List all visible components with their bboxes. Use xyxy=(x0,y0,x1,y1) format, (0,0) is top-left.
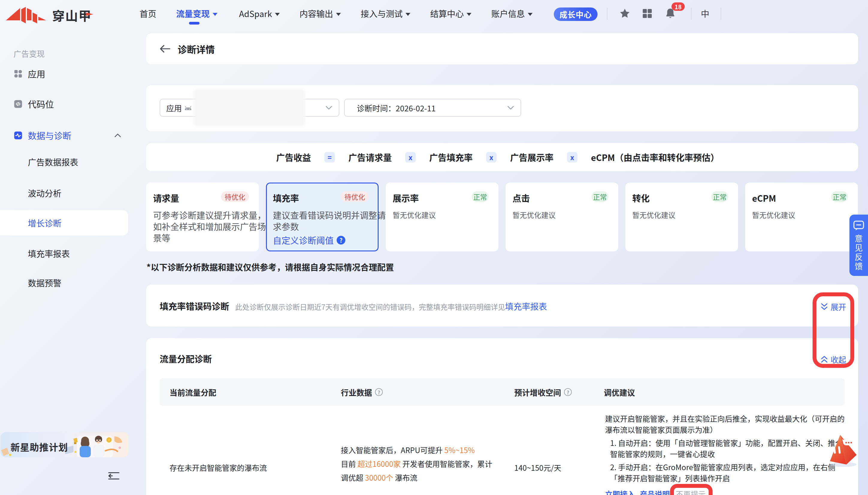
formula-term-ecpm: eCPM（由点击率和转化率预估） xyxy=(591,151,719,164)
product-description-link[interactable]: 产品说明 xyxy=(640,489,670,495)
status-badge: 待优化 xyxy=(341,191,369,202)
metric-card-fillrate[interactable]: 填充率 待优化 建议查看错误码说明并调整请 求参数 自定义诊断阈值 ? xyxy=(266,183,379,251)
double-chevron-down-icon xyxy=(821,303,828,311)
help-icon[interactable]: ? xyxy=(337,236,345,244)
nav-item-integration-test[interactable]: 接入与测试 xyxy=(361,0,410,27)
metric-card-showrate[interactable]: 展示率 正常 暂无优化建议 xyxy=(386,183,498,251)
sidebar-subitem-ad-reports[interactable]: 广告数据报表 xyxy=(0,152,136,171)
sidebar-subitem-data-alert[interactable]: 数据预警 xyxy=(0,273,136,292)
brand-logo[interactable]: 穿山甲 xyxy=(6,6,92,24)
data-pulse-icon xyxy=(14,131,22,139)
help-icon[interactable]: ? xyxy=(564,388,572,396)
advice-line: 「推荐开启智能管家」列表操作开启 xyxy=(605,473,848,484)
section-desc: 此处诊断仅展示诊断日期近7天有调优增收空间的错误码，完整填充率错误码明细详见填充… xyxy=(235,300,547,312)
chevron-down-icon xyxy=(507,106,514,110)
traffic-allocation-section-card: 流量分配诊断 收起 当前流量分配 行业数据? 预计增收空间? 调优建议 存在未开… xyxy=(146,338,858,495)
app-select[interactable]: 应用 xyxy=(160,99,339,117)
metric-body-line: 暂无优化建议 xyxy=(752,209,850,221)
diagnosis-date-value: 2026-02-11 xyxy=(396,102,436,114)
advice-line: 建议开启智能管家，并且在实验正向后推全，实现收益最大化（可开启的 xyxy=(605,413,848,424)
col-header-label: 预计增收空间 xyxy=(514,387,561,398)
favorites-star-icon[interactable] xyxy=(619,0,631,27)
chevron-down-icon xyxy=(336,13,341,16)
nav-item-home[interactable]: 首页 xyxy=(140,0,156,27)
sidebar-item-apps[interactable]: 应用 xyxy=(0,64,136,83)
sidebar-item-ad-placements[interactable]: 代码位 xyxy=(0,94,136,114)
sidebar-subitem-fluctuation[interactable]: 波动分析 xyxy=(0,184,136,203)
chevron-up-icon xyxy=(114,133,121,137)
dismiss-link[interactable]: 不再提示 xyxy=(676,489,706,495)
help-icon[interactable]: ? xyxy=(375,388,383,396)
sidebar-item-data-diagnosis[interactable]: 数据与诊断 xyxy=(0,126,136,145)
sidebar-subitem-fillrate-report[interactable]: 填充率报表 xyxy=(0,244,136,263)
collapse-label: 收起 xyxy=(831,354,846,365)
chevron-down-icon xyxy=(528,13,533,16)
metric-card-conversion[interactable]: 转化 正常 暂无优化建议 xyxy=(625,183,738,251)
metric-body-line: 可参考诊断建议提升请求量， xyxy=(153,209,251,221)
multiply-chip: x xyxy=(405,152,416,163)
chevron-down-icon xyxy=(326,106,332,110)
apps-grid-icon[interactable] xyxy=(642,0,653,27)
top-navbar: 穿山甲 首页 流量变现 AdSpark 内容输出 接入与测试 结算中心 账户信息… xyxy=(0,0,868,27)
advice-line: 1. 自动开启：使用「自动管理智能管家」功能，配置开启、关闭、推全 xyxy=(605,437,848,448)
promo-banner[interactable]: 新星助推计划 xyxy=(1,432,129,457)
logo-flag-icon xyxy=(86,12,94,16)
metric-cards-row: 请求量 待优化 可参考诊断建议提升请求量， 如补全样式和增加展示广告场 景等 填… xyxy=(146,183,858,251)
section-title: 流量分配诊断 xyxy=(160,352,212,365)
divider xyxy=(691,7,692,19)
col-header-estimated-uplift: 预计增收空间? xyxy=(514,378,572,406)
cell-estimated-uplift: 140~150元/天 xyxy=(514,461,561,474)
metric-body: 建议查看错误码说明并调整请 求参数 xyxy=(273,209,371,232)
code-slot-icon xyxy=(14,100,22,108)
nav-item-monetization[interactable]: 流量变现 xyxy=(176,0,217,27)
redacted-app-name xyxy=(196,91,304,124)
nav-item-settlement[interactable]: 结算中心 xyxy=(430,0,472,27)
metric-card-ecpm[interactable]: eCPM 正常 暂无优化建议 xyxy=(745,183,858,251)
page-title: 诊断详情 xyxy=(178,42,215,56)
fillrate-error-section-card: 填充率错误码诊断 此处诊断仅展示诊断日期近7天有调优增收空间的错误码，完整填充率… xyxy=(146,285,858,326)
expand-button[interactable]: 展开 xyxy=(821,301,846,312)
mascot-pyramid-widget[interactable] xyxy=(827,433,857,467)
metric-body-line: 景等 xyxy=(153,232,251,243)
growth-center-button[interactable]: 成长中心 xyxy=(554,7,597,21)
diagnosis-date-select[interactable]: 诊断时间：2026-02-11 xyxy=(344,99,521,117)
metric-card-clicks[interactable]: 点击 正常 暂无优化建议 xyxy=(506,183,618,251)
active-tab-underline xyxy=(189,22,199,24)
back-arrow-icon[interactable] xyxy=(160,45,170,53)
fillrate-report-link[interactable]: 填充率报表 xyxy=(505,300,547,312)
chevron-down-icon xyxy=(466,13,472,16)
cell-tuning-advice: 建议开启智能管家，并且在实验正向后推全，实现收益最大化（可开启的 瀑布流以智能管… xyxy=(605,413,848,495)
custom-threshold-link[interactable]: 自定义诊断阈值 ? xyxy=(273,234,371,246)
cell-industry-data: 接入智能管家后，ARPU可提升 5%~15% 目前 超过16000家 开发者使用… xyxy=(341,443,492,484)
collapse-button[interactable]: 收起 xyxy=(821,354,846,365)
divider xyxy=(721,7,721,19)
equals-chip: = xyxy=(324,152,335,163)
formula-term-revenue: 广告收益 xyxy=(276,151,311,164)
app-select-label: 应用 xyxy=(166,102,182,114)
metric-body-line: 求参数 xyxy=(273,221,371,232)
sidebar-subitem-growth-diagnosis[interactable]: 增长诊断 xyxy=(0,210,128,236)
divider xyxy=(607,7,607,19)
chevron-down-icon xyxy=(275,13,280,16)
sidebar: 广告变现 应用 代码位 数据与诊断 广告数据报表 波动分析 增长诊断 填充率报表… xyxy=(0,27,136,495)
collapse-sidebar-icon[interactable] xyxy=(108,472,119,480)
metric-body: 暂无优化建议 xyxy=(512,209,610,221)
star-icon xyxy=(619,7,631,19)
nav-item-adspark[interactable]: AdSpark xyxy=(239,0,280,27)
col-header-current-allocation: 当前流量分配 xyxy=(169,378,216,406)
nav-item-account[interactable]: 账户信息 xyxy=(491,0,533,27)
nav-item-content-output[interactable]: 内容输出 xyxy=(299,0,341,27)
highlight-arpu: 5%~15% xyxy=(444,444,475,455)
metric-body-line: 暂无优化建议 xyxy=(512,209,610,221)
industry-line: 调优超 30000个 瀑布流 xyxy=(341,471,492,484)
mascot-more-bubble xyxy=(842,439,854,445)
revenue-formula: 广告收益 = 广告请求量 x 广告填充率 x 广告展示率 x eCPM（由点击率… xyxy=(146,143,858,171)
metric-card-requests[interactable]: 请求量 待优化 可参考诊断建议提升请求量， 如补全样式和增加展示广告场 景等 xyxy=(146,183,259,251)
pyramid-icon xyxy=(827,433,857,467)
language-switch[interactable]: 中 xyxy=(701,0,709,27)
connect-now-link[interactable]: 立即接入 xyxy=(605,489,635,495)
menu-fold-icon xyxy=(108,472,119,480)
feedback-tab[interactable]: 意见反馈 xyxy=(849,215,868,276)
advice-links-row: 立即接入 产品说明 不再提示 xyxy=(605,489,848,495)
notification-count-badge: 18 xyxy=(672,2,685,11)
